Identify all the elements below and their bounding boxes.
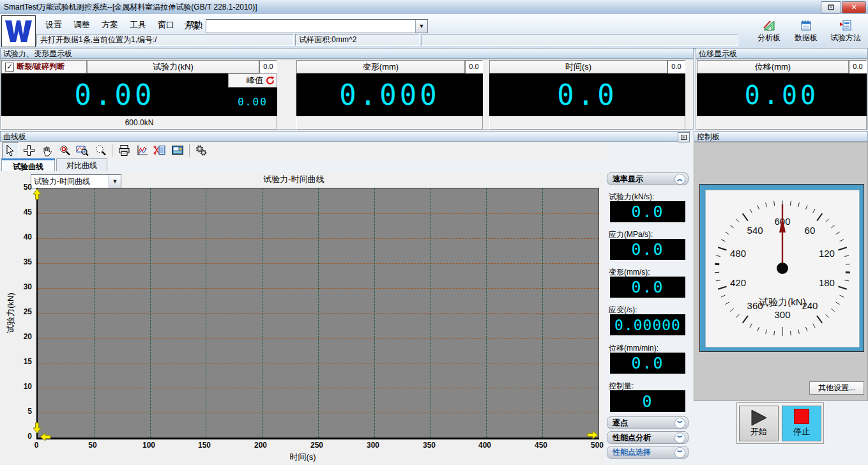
data-board-button[interactable]: 数据板 bbox=[788, 19, 825, 43]
plot-area[interactable] bbox=[36, 188, 599, 439]
time-header-value: 0.0 bbox=[667, 60, 685, 73]
zoom-box-tool[interactable] bbox=[75, 143, 90, 158]
tab-compare-curve-label: 对比曲线 bbox=[66, 161, 97, 170]
curve-panel-title: 曲线板 bbox=[3, 132, 26, 141]
restore-panel-icon bbox=[681, 135, 687, 140]
move-cross-icon bbox=[23, 144, 35, 156]
displacement-panel-title: 位移显示板 bbox=[699, 49, 737, 58]
rate-panel-header[interactable]: 速率显示 ︽ bbox=[607, 172, 689, 185]
curve-panel-restore-button[interactable] bbox=[678, 132, 690, 142]
stop-label: 停止 bbox=[793, 426, 810, 438]
system-settings-tool[interactable] bbox=[194, 143, 209, 158]
stop-button[interactable]: 停止 bbox=[782, 406, 821, 441]
section-performance-analysis[interactable]: 性能点分析 ︾ bbox=[607, 431, 689, 444]
peak-bar: 峰值 bbox=[228, 73, 277, 88]
test-method-button[interactable]: 试验方法 bbox=[825, 19, 867, 43]
tab-compare-curve[interactable]: 对比曲线 bbox=[56, 158, 107, 171]
rate-stress-value: 0.0 bbox=[631, 240, 664, 259]
force-value: 0.00 bbox=[75, 79, 155, 111]
control-quantity-display: 0 bbox=[610, 390, 685, 412]
select-cursor-tool[interactable] bbox=[2, 142, 19, 158]
displacement-panel-titlebar: 位移显示板 bbox=[696, 48, 868, 59]
display-settings-tool[interactable] bbox=[170, 143, 185, 158]
app-logo bbox=[1, 15, 36, 47]
curve-toolbar bbox=[0, 142, 607, 158]
x-tick: 400 bbox=[469, 441, 500, 450]
force-header-value-text: 0.0 bbox=[263, 63, 273, 70]
menu-item-tools[interactable]: 工具 bbox=[124, 18, 152, 32]
time-header-value-text: 0.0 bbox=[671, 63, 681, 70]
y-axis-bottom-marker[interactable] bbox=[33, 422, 42, 433]
x-axis-left-marker[interactable] bbox=[40, 432, 51, 441]
close-window-button[interactable]: ✕ bbox=[842, 1, 866, 13]
section-performance-select[interactable]: 性能点选择 ︾ bbox=[607, 446, 689, 459]
break-judgement-checkbox[interactable]: ✓ bbox=[5, 63, 14, 72]
displacement-value: 0.00 bbox=[745, 80, 819, 110]
quick-action-toolbar: 分析板 数据板 试验方法 bbox=[750, 19, 867, 43]
rate-force-display: 0.0 bbox=[610, 201, 685, 222]
displacement-footer-strip bbox=[697, 116, 867, 130]
move-cross-tool[interactable] bbox=[21, 143, 36, 158]
data-board-icon bbox=[800, 19, 812, 31]
rate-displacement-value: 0.0 bbox=[631, 354, 664, 372]
section-point-by-point-label: 逐点 bbox=[613, 418, 674, 429]
window-title: SmartTest万能试验机测控系统--[金属材料室温拉伸试验(GB/T 228… bbox=[0, 2, 257, 13]
zoom-out-tool[interactable] bbox=[93, 143, 108, 158]
print-tool[interactable] bbox=[116, 143, 132, 158]
other-settings-button[interactable]: 其他设置... bbox=[809, 381, 864, 395]
collapse-down-icon[interactable]: ︾ bbox=[674, 447, 685, 458]
gauge-label: 试验力(kN) bbox=[706, 296, 859, 309]
copy-curve-tool[interactable] bbox=[152, 143, 167, 158]
section-performance-analysis-label: 性能点分析 bbox=[613, 432, 674, 443]
zoom-in-tool[interactable] bbox=[57, 143, 72, 158]
y-axis-label: 试验力(kN) bbox=[5, 278, 15, 348]
menu-item-adjust[interactable]: 调整 bbox=[68, 18, 96, 32]
gridline-v bbox=[430, 188, 431, 438]
force-display: 0.00 bbox=[1, 73, 228, 116]
collapse-down-icon[interactable]: ︾ bbox=[674, 418, 685, 429]
scheme-label: 方案: bbox=[184, 20, 203, 32]
x-tick: 200 bbox=[245, 441, 276, 450]
status-empty-section bbox=[422, 34, 738, 46]
gridline-v bbox=[206, 188, 206, 438]
control-quantity-value: 0 bbox=[642, 392, 653, 411]
display-settings-icon bbox=[171, 144, 184, 156]
x-tick: 300 bbox=[358, 441, 388, 450]
menu-item-window[interactable]: 窗口 bbox=[152, 18, 180, 32]
curve-type-select[interactable]: 试验力-时间曲线 ▼ bbox=[31, 174, 121, 188]
curve-style-tool[interactable] bbox=[134, 143, 149, 158]
x-tick: 50 bbox=[77, 441, 108, 450]
gridline-v bbox=[486, 188, 487, 438]
scheme-combobox[interactable]: ▼ bbox=[206, 19, 428, 33]
pan-hand-icon bbox=[41, 144, 53, 156]
section-point-by-point[interactable]: 逐点 ︾ bbox=[607, 416, 689, 429]
pan-hand-tool[interactable] bbox=[39, 143, 54, 158]
chevron-down-icon[interactable]: ▼ bbox=[109, 175, 121, 188]
y-tick: 15 bbox=[5, 357, 32, 366]
stop-square-icon bbox=[794, 409, 809, 424]
force-gauge: 60120180240300360420480540600 试验力(kN) bbox=[699, 184, 864, 352]
collapse-down-icon[interactable]: ︾ bbox=[674, 432, 685, 443]
gauge-face: 60120180240300360420480540600 试验力(kN) bbox=[705, 190, 860, 347]
chevron-down-icon[interactable]: ▼ bbox=[415, 20, 427, 33]
deform-header-value: 0.0 bbox=[465, 60, 483, 73]
start-button[interactable]: 开始 bbox=[739, 406, 779, 441]
display-panel-titlebar: 试验力、变形显示板 bbox=[0, 48, 694, 59]
gridline-v bbox=[374, 188, 375, 438]
displacement-header: 位移(mm) bbox=[697, 60, 849, 73]
tab-test-curve[interactable]: 试验曲线 bbox=[1, 158, 55, 171]
restore-window-button[interactable] bbox=[821, 1, 841, 13]
test-method-label: 试验方法 bbox=[830, 33, 861, 43]
close-icon: ✕ bbox=[851, 3, 857, 11]
collapse-up-icon[interactable]: ︽ bbox=[674, 174, 685, 185]
y-axis-top-marker[interactable] bbox=[33, 189, 42, 200]
menu-item-scheme[interactable]: 方案 bbox=[96, 18, 124, 32]
peak-display: 0.00 bbox=[228, 88, 277, 116]
displacement-panel-body: 位移(mm) 0.0 0.00 bbox=[696, 59, 868, 130]
peak-refresh-icon[interactable] bbox=[265, 76, 275, 86]
menu-item-settings[interactable]: 设置 bbox=[40, 18, 68, 32]
analysis-board-icon bbox=[763, 19, 775, 31]
gridline-v bbox=[262, 188, 263, 438]
x-axis-right-marker[interactable] bbox=[587, 431, 598, 439]
analysis-board-button[interactable]: 分析板 bbox=[750, 19, 788, 43]
